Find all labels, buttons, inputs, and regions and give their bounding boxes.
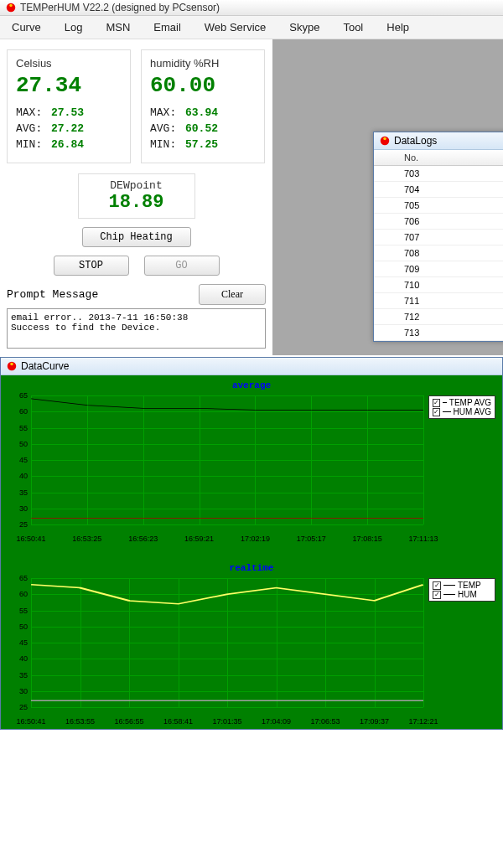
menu-skype[interactable]: Skype — [277, 18, 331, 36]
legend-item[interactable]: ✓HUM AVG — [433, 407, 491, 416]
celsius-min: 26.84 — [51, 138, 84, 151]
row-no: 712 — [404, 312, 419, 322]
menu-log[interactable]: Log — [53, 18, 95, 36]
x-tick: 16:53:25 — [72, 535, 101, 543]
checkbox-icon[interactable]: ✓ — [433, 581, 441, 590]
y-tick: 30 — [8, 504, 28, 513]
dewpoint-label: DEWpoint — [87, 179, 186, 192]
x-tick: 16:50:41 — [16, 535, 45, 543]
row-no: 705 — [404, 200, 419, 210]
x-tick: 17:01:35 — [212, 717, 241, 726]
y-tick: 50 — [8, 440, 28, 448]
datacurve-icon — [6, 360, 18, 372]
x-tick: 17:06:53 — [310, 717, 340, 726]
humidity-box: humidity %RH 60.00 MAX:63.94 AVG:60.52 M… — [141, 49, 265, 163]
chart-legend: ✓TEMP✓HUM — [428, 578, 495, 602]
app-title: TEMPerHUM V22.2 (designed by PCsensor) — [20, 2, 220, 13]
celsius-max-label: MAX: — [16, 106, 51, 119]
humidity-min: 57.25 — [185, 138, 218, 151]
row-no: 708 — [404, 248, 419, 258]
celsius-label: Celsius — [16, 57, 122, 70]
datalogs-window[interactable]: DataLogs No. 703704705706707708709710711… — [373, 132, 503, 342]
table-row[interactable]: 710 — [374, 277, 503, 293]
prompt-label: Prompt Message — [7, 288, 98, 301]
checkbox-icon[interactable]: ✓ — [433, 408, 440, 416]
chart-legend: ✓TEMP AVG✓HUM AVG — [428, 395, 495, 419]
row-no: 706 — [404, 216, 419, 226]
table-row[interactable]: 713 — [374, 325, 503, 341]
dewpoint-box: DEWpoint 18.89 — [78, 173, 195, 219]
table-row[interactable]: 707 — [374, 230, 503, 245]
prompt-msg-2: Success to find the Device. — [11, 323, 262, 333]
x-tick: 16:59:21 — [184, 535, 214, 543]
y-tick: 40 — [8, 472, 28, 480]
y-tick: 25 — [8, 703, 28, 711]
y-tick: 45 — [8, 638, 28, 647]
humidity-label: humidity %RH — [150, 57, 256, 70]
table-row[interactable]: 704 — [374, 182, 503, 198]
x-tick: 16:58:41 — [163, 717, 193, 726]
row-no: 707 — [404, 232, 419, 242]
prompt-message-box[interactable]: email error.. 2013-7-11 16:50:38 Success… — [7, 308, 266, 349]
svg-point-5 — [10, 363, 13, 366]
x-tick: 16:53:55 — [65, 717, 95, 726]
humidity-value: 60.00 — [150, 73, 256, 98]
svg-point-1 — [9, 4, 13, 8]
menu-msn[interactable]: MSN — [94, 18, 142, 36]
menu-tool[interactable]: Tool — [331, 18, 375, 36]
right-panel: DataLogs No. 703704705706707708709710711… — [272, 39, 503, 355]
svg-point-3 — [383, 137, 386, 141]
y-tick: 45 — [8, 456, 28, 464]
x-tick: 17:02:19 — [241, 535, 270, 543]
checkbox-icon[interactable]: ✓ — [433, 399, 440, 407]
x-tick: 17:08:15 — [353, 535, 382, 543]
menu-email[interactable]: Email — [142, 18, 193, 36]
y-tick: 50 — [8, 623, 28, 631]
y-tick: 60 — [8, 407, 28, 416]
chart-title: realtime — [8, 563, 495, 573]
top-area: Celsius 27.34 MAX:27.53 AVG:27.22 MIN:26… — [0, 39, 503, 355]
datalogs-icon — [379, 135, 391, 147]
go-button[interactable]: GO — [144, 256, 220, 276]
menu-curve[interactable]: Curve — [0, 18, 53, 36]
table-row[interactable]: 708 — [374, 245, 503, 261]
celsius-avg: 27.22 — [51, 122, 84, 135]
table-row[interactable]: 711 — [374, 293, 503, 309]
table-row[interactable]: 705 — [374, 198, 503, 214]
humidity-avg-label: AVG: — [150, 122, 185, 135]
chart-title: average — [8, 380, 495, 390]
legend-item[interactable]: ✓TEMP — [433, 581, 491, 590]
x-tick: 17:04:09 — [262, 717, 291, 726]
col-no: No. — [404, 152, 418, 163]
row-no: 711 — [404, 296, 419, 306]
datalogs-title: DataLogs — [394, 135, 437, 147]
datalogs-body: 703704705706707708709710711712713 — [374, 166, 503, 341]
menu-help[interactable]: Help — [375, 18, 421, 36]
table-row[interactable]: 709 — [374, 261, 503, 277]
row-no: 710 — [404, 280, 419, 290]
row-no: 709 — [404, 264, 419, 274]
legend-item[interactable]: ✓TEMP AVG — [433, 398, 491, 407]
datacurve-window[interactable]: DataCurve average25303540455055606516:50… — [0, 357, 503, 730]
celsius-min-label: MIN: — [16, 138, 51, 151]
prompt-msg-1: email error.. 2013-7-11 16:50:38 — [11, 313, 262, 323]
datalogs-titlebar: DataLogs — [374, 132, 503, 150]
humidity-min-label: MIN: — [150, 138, 185, 151]
stop-button[interactable]: STOP — [54, 256, 129, 276]
table-row[interactable]: 703 — [374, 166, 503, 182]
y-tick: 55 — [8, 607, 28, 615]
table-row[interactable]: 706 — [374, 214, 503, 230]
celsius-value: 27.34 — [16, 73, 122, 98]
menu-webservice[interactable]: Web Service — [193, 18, 277, 36]
x-tick: 17:12:21 — [408, 717, 438, 726]
clear-button[interactable]: Clear — [199, 284, 266, 305]
checkbox-icon[interactable]: ✓ — [433, 591, 441, 599]
chart-average: average25303540455055606516:50:4116:53:2… — [1, 375, 502, 546]
y-tick: 40 — [8, 654, 28, 663]
chip-heating-button[interactable]: Chip Heating — [82, 227, 191, 247]
legend-item[interactable]: ✓HUM — [433, 590, 491, 599]
celsius-max: 27.53 — [51, 106, 84, 119]
datacurve-title: DataCurve — [21, 360, 69, 372]
main-titlebar: TEMPerHUM V22.2 (designed by PCsensor) — [0, 0, 503, 16]
table-row[interactable]: 712 — [374, 309, 503, 325]
